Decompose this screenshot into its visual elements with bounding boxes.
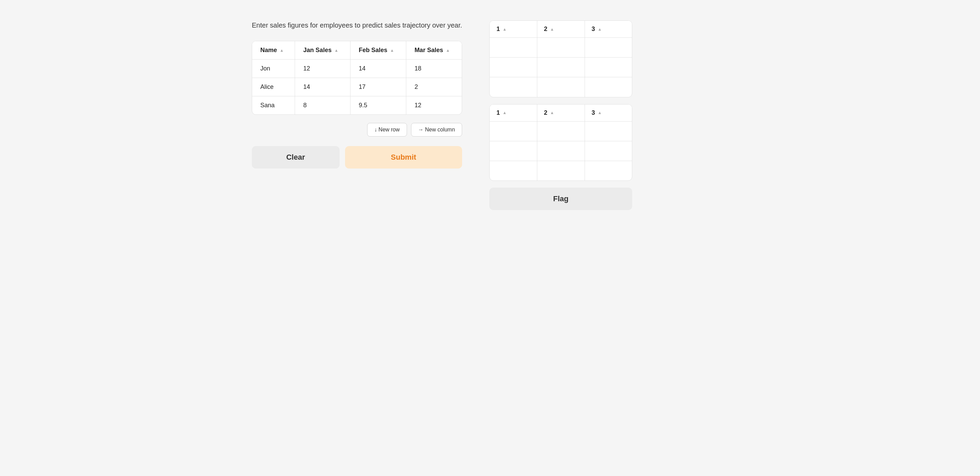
page-description: Enter sales figures for employees to pre… — [252, 21, 462, 30]
new-row-button[interactable]: ↓ New row — [367, 123, 407, 137]
sec2-col-1[interactable]: 1 ▲ — [490, 104, 537, 121]
sec1-header-row: 1 ▲ 2 ▲ 3 — [490, 21, 632, 38]
clear-button[interactable]: Clear — [252, 146, 340, 169]
cell-name: Jon — [252, 59, 295, 78]
cell-name: Alice — [252, 78, 295, 96]
list-item — [490, 141, 632, 161]
sec2-sort-1: ▲ — [503, 110, 507, 115]
right-section: 1 ▲ 2 ▲ 3 — [489, 21, 632, 210]
list-item — [490, 58, 632, 77]
cell-mar: 18 — [406, 59, 462, 78]
col-header-name[interactable]: Name ▲ — [252, 41, 295, 59]
sec2-cell-2 — [537, 141, 585, 161]
sec1-cell-1 — [490, 38, 537, 58]
table-row: Sana89.512 — [252, 96, 462, 115]
sec1-cell-2 — [537, 58, 585, 77]
sec2-cell-3 — [585, 141, 632, 161]
sec1-sort-1: ▲ — [503, 27, 507, 32]
cell-jan: 14 — [295, 78, 350, 96]
sec1-col-2[interactable]: 2 ▲ — [537, 21, 585, 38]
sec2-cell-1 — [490, 121, 537, 141]
list-item — [490, 161, 632, 180]
col-header-feb-sales[interactable]: Feb Sales ▲ — [350, 41, 406, 59]
sec1-cell-2 — [537, 38, 585, 58]
cell-mar: 12 — [406, 96, 462, 115]
secondary-table-1-container: 1 ▲ 2 ▲ 3 — [489, 21, 632, 97]
main-table-container: Name ▲ Jan Sales ▲ Feb S — [252, 41, 462, 115]
sec2-sort-2: ▲ — [550, 110, 554, 115]
left-section: Enter sales figures for employees to pre… — [252, 21, 462, 169]
action-row: ↓ New row → New column — [252, 123, 462, 137]
sec2-header-row: 1 ▲ 2 ▲ 3 — [490, 104, 632, 121]
sec2-cell-3 — [585, 161, 632, 180]
sec2-sort-3: ▲ — [598, 110, 602, 115]
sec1-sort-2: ▲ — [550, 27, 554, 32]
cell-jan: 12 — [295, 59, 350, 78]
sort-arrow-mar: ▲ — [446, 48, 450, 53]
list-item — [490, 38, 632, 58]
secondary-table-1: 1 ▲ 2 ▲ 3 — [490, 21, 632, 97]
secondary-table-2: 1 ▲ 2 ▲ 3 — [490, 104, 632, 181]
table-header-row: Name ▲ Jan Sales ▲ Feb S — [252, 41, 462, 59]
col-header-mar-sales[interactable]: Mar Sales ▲ — [406, 41, 462, 59]
sec2-cell-1 — [490, 161, 537, 180]
col-header-jan-sales[interactable]: Jan Sales ▲ — [295, 41, 350, 59]
sec2-col-2[interactable]: 2 ▲ — [537, 104, 585, 121]
sec1-col-1[interactable]: 1 ▲ — [490, 21, 537, 38]
page-container: Enter sales figures for employees to pre… — [252, 21, 728, 210]
cell-name: Sana — [252, 96, 295, 115]
sort-arrow-name: ▲ — [280, 48, 284, 53]
new-column-button[interactable]: → New column — [411, 123, 462, 137]
cell-feb: 9.5 — [350, 96, 406, 115]
table-row: Jon121418 — [252, 59, 462, 78]
sec1-cell-2 — [537, 77, 585, 97]
secondary-table-2-container: 1 ▲ 2 ▲ 3 — [489, 104, 632, 181]
sec1-sort-3: ▲ — [598, 27, 602, 32]
sec1-col-3[interactable]: 3 ▲ — [585, 21, 632, 38]
list-item — [490, 77, 632, 97]
table-row: Alice14172 — [252, 78, 462, 96]
sort-arrow-feb: ▲ — [390, 48, 394, 53]
list-item — [490, 121, 632, 141]
cell-feb: 17 — [350, 78, 406, 96]
submit-button[interactable]: Submit — [345, 146, 463, 169]
bottom-buttons: Clear Submit — [252, 146, 462, 169]
sec2-cell-2 — [537, 121, 585, 141]
flag-button[interactable]: Flag — [489, 188, 632, 210]
sec1-cell-1 — [490, 77, 537, 97]
sort-arrow-jan: ▲ — [334, 48, 338, 53]
sec1-cell-3 — [585, 38, 632, 58]
sec1-cell-1 — [490, 58, 537, 77]
sec1-cell-3 — [585, 58, 632, 77]
sec2-cell-1 — [490, 141, 537, 161]
cell-mar: 2 — [406, 78, 462, 96]
sec2-cell-2 — [537, 161, 585, 180]
main-table: Name ▲ Jan Sales ▲ Feb S — [252, 41, 462, 114]
cell-feb: 14 — [350, 59, 406, 78]
sec2-cell-3 — [585, 121, 632, 141]
sec1-cell-3 — [585, 77, 632, 97]
cell-jan: 8 — [295, 96, 350, 115]
sec2-col-3[interactable]: 3 ▲ — [585, 104, 632, 121]
